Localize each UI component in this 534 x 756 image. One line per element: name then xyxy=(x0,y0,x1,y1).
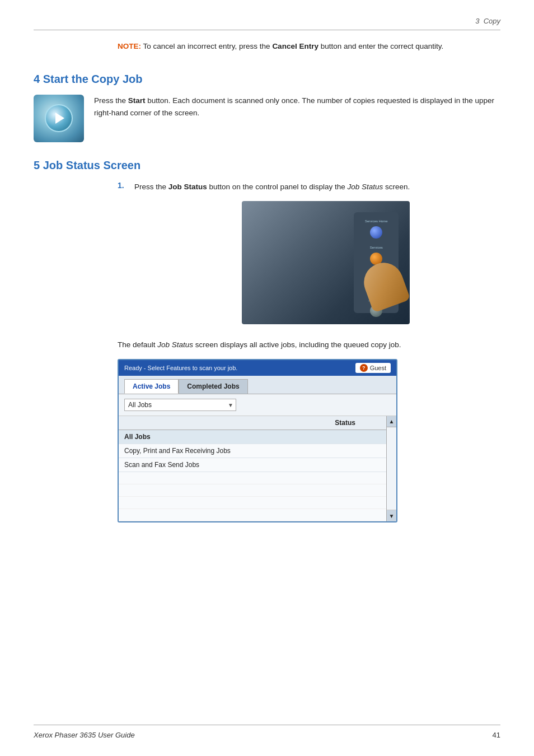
guest-badge: ? Guest xyxy=(355,363,391,373)
job-status-topbar: Ready - Select Features to scan your job… xyxy=(119,360,396,376)
start-icon-image xyxy=(34,95,84,142)
tab-completed-jobs[interactable]: Completed Jobs xyxy=(179,379,247,394)
scroll-up-button[interactable]: ▲ xyxy=(387,416,396,427)
all-jobs-dropdown[interactable]: All Jobs ▼ xyxy=(124,399,236,411)
table-row[interactable]: Copy, Print and Fax Receiving Jobs xyxy=(119,444,386,458)
note-bold-text: Cancel Entry xyxy=(272,42,318,50)
row-status xyxy=(329,430,386,444)
job-list-col: Status All Jobs Copy, Print and Fax Rece… xyxy=(119,416,386,521)
note-label: NOTE: xyxy=(118,42,141,50)
row-status xyxy=(329,458,386,472)
row-label: All Jobs xyxy=(119,430,329,444)
step1-text: Press the Job Status button on the contr… xyxy=(134,181,410,332)
note-section: NOTE: To cancel an incorrect entry, pres… xyxy=(118,40,500,53)
col-status-header: Status xyxy=(329,416,386,430)
printer-image: Services Home Services Clear xyxy=(242,201,410,324)
chapter-label: 3 Copy xyxy=(475,17,500,25)
table-row xyxy=(119,509,386,521)
row-label: Copy, Print and Fax Receiving Jobs xyxy=(119,444,329,458)
tab-active-jobs[interactable]: Active Jobs xyxy=(124,379,179,394)
scroll-down-button[interactable]: ▼ xyxy=(387,510,396,521)
start-button-circle xyxy=(45,104,73,132)
dropdown-arrow-icon: ▼ xyxy=(228,402,233,408)
table-row xyxy=(119,497,386,509)
guest-label: Guest xyxy=(370,365,386,371)
job-status-italic: Job Status xyxy=(348,183,383,191)
job-status-filter: All Jobs ▼ xyxy=(119,394,396,416)
topbar-text: Ready - Select Features to scan your job… xyxy=(124,365,237,371)
job-status-bold: Job Status xyxy=(168,183,207,191)
page-footer: Xerox Phaser 3635 User Guide 41 xyxy=(34,725,500,739)
section4-text: Press the Start button. Each document is… xyxy=(94,95,500,120)
table-row[interactable]: Scan and Fax Send Jobs xyxy=(119,458,386,472)
footer-left: Xerox Phaser 3635 User Guide xyxy=(34,731,135,739)
footer-right: 41 xyxy=(493,731,500,739)
note-text-after: button and enter the correct quantity. xyxy=(321,42,444,50)
job-scroll-area: Status All Jobs Copy, Print and Fax Rece… xyxy=(119,416,396,521)
table-row xyxy=(119,484,386,497)
services-home-group: Services Home xyxy=(357,219,395,239)
table-header-row: Status xyxy=(119,416,386,430)
table-row[interactable]: All Jobs xyxy=(119,430,386,444)
section5-heading: 5 Job Status Screen xyxy=(34,159,500,172)
col-jobs-header xyxy=(119,416,329,430)
step1-item: 1. Press the Job Status button on the co… xyxy=(118,181,500,332)
table-row xyxy=(119,472,386,484)
row-status xyxy=(329,444,386,458)
note-text-before: To cancel an incorrect entry, press the xyxy=(143,42,273,50)
step-list: 1. Press the Job Status button on the co… xyxy=(118,181,500,523)
services-home-btn xyxy=(370,226,382,239)
section5: 5 Job Status Screen 1. Press the Job Sta… xyxy=(34,159,500,523)
dropdown-label: All Jobs xyxy=(128,401,152,409)
start-arrow-icon xyxy=(55,113,64,124)
job-status-italic2: Job Status xyxy=(157,340,193,349)
start-bold: Start xyxy=(128,96,146,105)
scroll-buttons-col: ▲ ▼ xyxy=(386,416,396,521)
guest-icon: ? xyxy=(360,364,368,372)
row-label: Scan and Fax Send Jobs xyxy=(119,458,329,472)
section4-heading: 4 Start the Copy Job xyxy=(34,73,500,86)
follow-text: The default Job Status screen displays a… xyxy=(118,339,500,351)
section4-body: Press the Start button. Each document is… xyxy=(34,95,500,142)
job-status-ui: Ready - Select Features to scan your job… xyxy=(118,359,397,522)
job-status-table: Status All Jobs Copy, Print and Fax Rece… xyxy=(119,416,386,521)
services-group: Services xyxy=(357,245,395,265)
section4: 4 Start the Copy Job Press the Start but… xyxy=(34,73,500,142)
step1-number: 1. xyxy=(118,181,129,332)
job-status-tabs: Active Jobs Completed Jobs xyxy=(119,376,396,394)
page-header: 3 Copy xyxy=(34,17,500,30)
